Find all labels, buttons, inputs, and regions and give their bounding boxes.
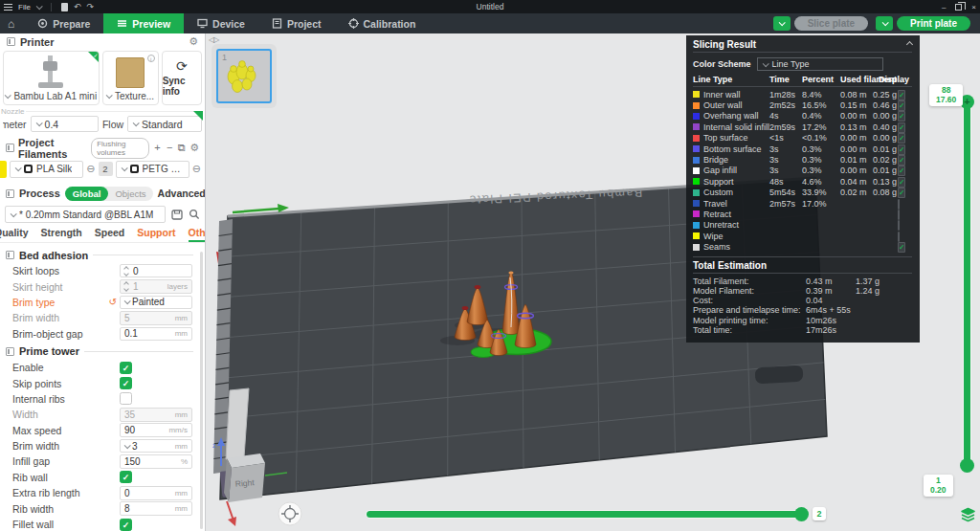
filament-1-select[interactable]: PLA Silk — [10, 161, 83, 178]
display-checkbox-checked[interactable]: ✓ — [898, 177, 905, 188]
flow-select[interactable]: Standard — [127, 116, 202, 132]
color-scheme-select[interactable]: Line Type — [757, 57, 883, 71]
slice-options-caret[interactable] — [773, 16, 791, 31]
sync-icon: ⟳ — [176, 59, 188, 73]
reset-setting-icon[interactable]: ↺ — [109, 297, 117, 307]
remove-filament-icon[interactable]: − — [166, 143, 174, 153]
display-checkbox-unchecked[interactable] — [898, 220, 900, 231]
flushing-volumes-button[interactable]: Flushing volumes — [91, 138, 149, 159]
slice-plate-button[interactable]: Slice plate — [794, 16, 868, 31]
filament-2-select[interactable]: PETG Basic — [116, 161, 189, 178]
stepper-field[interactable]: 0 — [120, 264, 192, 278]
print-plate-button[interactable]: Print plate — [897, 16, 970, 31]
process-tab-speed[interactable]: Speed — [95, 227, 125, 242]
total-value: 10m26s — [806, 316, 856, 325]
plate-thumbnail-card[interactable]: 1 — [212, 44, 277, 108]
display-checkbox-checked[interactable]: ✓ — [898, 111, 905, 122]
process-preset-select[interactable]: * 0.20mm Standard @BBL A1M — [5, 206, 166, 223]
tab-project[interactable]: Project — [258, 13, 335, 33]
input-field[interactable]: 90mm/s — [120, 423, 192, 437]
display-checkbox-checked[interactable]: ✓ — [898, 100, 905, 111]
display-checkbox-checked[interactable]: ✓ — [898, 166, 905, 176]
display-checkbox-checked[interactable]: ✓ — [898, 122, 905, 133]
display-checkbox-checked[interactable]: ✓ — [898, 155, 905, 166]
new-file-icon[interactable] — [61, 3, 68, 11]
file-menu-caret-icon[interactable] — [36, 3, 43, 10]
process-tab-others[interactable]: Others — [189, 227, 206, 242]
display-checkbox-checked[interactable]: ✓ — [898, 144, 905, 155]
display-checkbox-unchecked[interactable] — [898, 199, 900, 210]
input-field[interactable]: 150% — [120, 454, 192, 469]
close-button[interactable]: × — [971, 3, 976, 11]
filament-settings-icon[interactable]: ⚙ — [189, 143, 199, 153]
recenter-view-button — [278, 502, 301, 525]
display-checkbox-checked[interactable]: ✓ — [898, 188, 905, 198]
collapse-panel-icon[interactable] — [906, 41, 913, 48]
plate-type-select[interactable]: Texture... — [104, 88, 156, 104]
minimize-button[interactable]: – — [942, 3, 946, 11]
stepper-arrows-icon[interactable] — [124, 267, 128, 276]
mode-global[interactable]: Global — [65, 187, 109, 201]
move-slider-track[interactable] — [367, 511, 802, 518]
filament-2-edit-icon[interactable]: ⊖ — [192, 163, 201, 175]
layer-slider-track[interactable] — [964, 101, 970, 470]
printer-card[interactable]: Bambu Lab A1 mini — [3, 51, 100, 105]
unit-label: mm — [175, 410, 188, 419]
plate-list-collapse-icon[interactable]: ◁▷ — [209, 35, 218, 44]
sync-filament-icon[interactable]: ⧉ — [177, 143, 186, 153]
process-tab-support[interactable]: Support — [137, 227, 175, 242]
display-checkbox-unchecked[interactable] — [898, 232, 900, 242]
display-checkbox-unchecked[interactable] — [898, 210, 900, 220]
move-slider-handle[interactable] — [794, 507, 809, 521]
save-preset-icon[interactable] — [171, 210, 183, 220]
redo-icon[interactable]: ↷ — [86, 2, 94, 11]
layers-view-icon[interactable] — [960, 506, 976, 522]
display-checkbox-checked[interactable]: ✓ — [898, 90, 905, 100]
sidebar-scrollbar[interactable] — [200, 252, 203, 529]
input-field[interactable]: 0mm — [120, 486, 192, 500]
select-field[interactable]: 3mm — [120, 439, 192, 454]
tab-device[interactable]: Device — [184, 13, 258, 33]
checkbox-checked[interactable]: ✓ — [120, 377, 132, 389]
file-menu[interactable]: File — [18, 3, 31, 11]
select-field[interactable]: Painted — [120, 296, 192, 310]
tab-preview[interactable]: Preview — [103, 13, 184, 33]
process-mode-switch[interactable]: Global Objects — [65, 187, 153, 201]
undo-icon[interactable]: ↶ — [74, 2, 81, 11]
checkbox-checked[interactable]: ✓ — [120, 362, 132, 374]
filament-2-number[interactable]: 2 — [99, 162, 113, 176]
plate-info-icon[interactable]: i — [147, 55, 155, 62]
checkbox-checked[interactable]: ✓ — [120, 519, 132, 531]
printer-model-select[interactable]: Bambu Lab A1 mini — [3, 88, 99, 104]
printer-settings-icon[interactable]: ⚙ — [189, 36, 198, 47]
print-options-caret[interactable] — [876, 16, 893, 31]
process-tab-quality[interactable]: Quality — [0, 227, 29, 242]
add-filament-icon[interactable]: + — [153, 143, 162, 153]
diameter-select[interactable]: 0.4 — [31, 116, 99, 132]
display-checkbox-checked[interactable]: ✓ — [898, 242, 905, 253]
sync-info-button[interactable]: ⟳ Sync info — [162, 51, 202, 105]
input-field[interactable]: 35mm — [120, 408, 192, 422]
checkbox-unchecked[interactable] — [120, 392, 132, 405]
checkbox-checked[interactable]: ✓ — [120, 471, 132, 483]
plate-type-card[interactable]: i Texture... — [102, 51, 159, 105]
menu-icon[interactable] — [4, 4, 12, 11]
layer-slider-bottom-handle[interactable] — [960, 458, 974, 473]
plate-thumbnail[interactable]: 1 — [216, 49, 272, 103]
tab-calibration[interactable]: Calibration — [335, 13, 430, 33]
search-preset-icon[interactable] — [189, 209, 200, 220]
input-field[interactable]: 5mm — [120, 311, 192, 325]
total-label: Model printing time: — [693, 316, 806, 325]
input-field[interactable]: 8mm — [120, 501, 192, 516]
filament-1-edit-icon[interactable]: ⊖ — [86, 163, 95, 175]
restore-button[interactable] — [955, 4, 962, 11]
home-icon[interactable]: ⌂ — [8, 17, 14, 31]
display-checkbox-checked[interactable]: ✓ — [898, 133, 905, 144]
input-field[interactable]: 0.1mm — [120, 327, 192, 342]
tab-prepare[interactable]: Prepare — [24, 13, 103, 33]
process-tab-strength[interactable]: Strength — [41, 227, 82, 242]
stepper-arrows-icon[interactable] — [124, 282, 128, 291]
stepper-field[interactable]: 1layers — [120, 279, 192, 294]
mode-objects[interactable]: Objects — [108, 188, 152, 199]
filament-1-color-swatch[interactable] — [0, 161, 7, 178]
